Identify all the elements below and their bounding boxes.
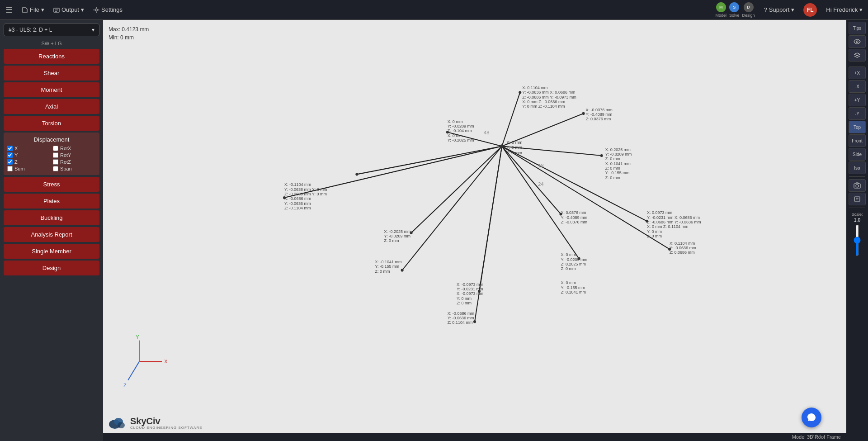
y-minus-view[interactable]: -Y (849, 107, 866, 120)
svg-text:X: -0.1104 mm: X: -0.1104 mm (284, 182, 311, 187)
svg-line-18 (502, 92, 520, 146)
svg-point-31 (355, 173, 358, 175)
right-panel: Tips +X -X +Y -Y Top Front Side Iso (846, 20, 868, 441)
main-layout: #3 - ULS: 2. D + L ▾ SW + LG Reactions S… (0, 20, 868, 441)
svg-text:X: -0.0686 mm: X: -0.0686 mm (284, 196, 311, 201)
y-plus-view[interactable]: +Y (849, 94, 866, 106)
skyciv-logo-icon (108, 415, 127, 431)
iso-view[interactable]: Iso (849, 161, 866, 174)
scale-slider[interactable] (856, 224, 859, 256)
svg-text:Z: 0 mm: Z: 0 mm (605, 166, 620, 171)
svg-text:Y: -0.2025 mm: Y: -0.2025 mm (448, 138, 474, 142)
side-view[interactable]: Side (849, 148, 866, 161)
design-mode[interactable]: D Design (742, 2, 755, 18)
axial-button[interactable]: Axial (4, 99, 99, 114)
hamburger-menu-icon[interactable]: ☰ (5, 5, 13, 15)
svg-text:X: X (164, 359, 168, 364)
support-button[interactable]: ? Support ▾ (764, 6, 795, 13)
output-menu[interactable]: Output ▾ (53, 6, 84, 13)
settings-menu[interactable]: Settings (93, 6, 123, 13)
svg-text:X: 0.2025 mm: X: 0.2025 mm (605, 147, 631, 152)
check-span[interactable]: Span (53, 166, 96, 171)
reactions-button[interactable]: Reactions (4, 49, 99, 64)
svg-text:24: 24 (538, 181, 543, 187)
svg-text:Y: -0.4089 mm: Y: -0.4089 mm (586, 112, 613, 117)
check-x[interactable]: X (7, 146, 50, 151)
svg-text:Y: -0.0209 mm: Y: -0.0209 mm (448, 124, 474, 128)
model-mode[interactable]: M Model (715, 2, 726, 18)
design-button[interactable]: Design (4, 261, 99, 275)
layers-button[interactable] (849, 49, 866, 62)
svg-text:48: 48 (484, 130, 489, 135)
svg-line-26 (502, 146, 561, 214)
svg-text:Y: 0 mm  Z: -0.1104 mm: Y: 0 mm Z: -0.1104 mm (522, 104, 565, 109)
viewport[interactable]: Max: 0.4123 mm Min: 0 mm (103, 20, 846, 441)
svg-text:Z: -0.0689 mm  Y: 0 mm: Z: -0.0689 mm Y: 0 mm (284, 192, 327, 196)
svg-text:Z: 0.1041 mm: Z: 0.1041 mm (561, 290, 586, 294)
visibility-button[interactable] (849, 35, 866, 48)
svg-text:Y: -0.4089 mm: Y: -0.4089 mm (561, 215, 587, 220)
svg-text:Z: 0 mm: Z: 0 mm (506, 150, 522, 155)
camera-icon (854, 182, 861, 189)
version-label: v2.3.1 (809, 434, 821, 439)
check-rotx[interactable]: RotX (53, 146, 96, 151)
load-case-dropdown[interactable]: #3 - ULS: 2. D + L ▾ (4, 24, 99, 36)
check-roty[interactable]: RotY (53, 152, 96, 158)
front-view[interactable]: Front (849, 134, 866, 147)
single-member-button[interactable]: Single Member (4, 244, 99, 259)
solve-mode[interactable]: S Solve (729, 2, 740, 18)
shear-button[interactable]: Shear (4, 66, 99, 81)
torsion-button[interactable]: Torsion (4, 116, 99, 131)
moment-button[interactable]: Moment (4, 82, 99, 97)
svg-text:Y: 0 mm: Y: 0 mm (457, 296, 472, 300)
svg-point-33 (519, 91, 521, 94)
svg-line-22 (502, 146, 670, 249)
tips-button[interactable]: Tips (849, 22, 866, 34)
svg-text:X: 0 mm  Z: -0.0636 mm: X: 0 mm Z: -0.0636 mm (522, 100, 565, 104)
divider-2 (849, 176, 865, 177)
x-plus-view[interactable]: +X (849, 66, 866, 79)
chat-bubble[interactable] (802, 408, 821, 427)
file-menu[interactable]: File ▾ (22, 6, 44, 13)
svg-line-114 (128, 361, 139, 380)
scale-slider-container[interactable] (856, 224, 859, 261)
plates-button[interactable]: Plates (4, 194, 99, 209)
x-minus-view[interactable]: -X (849, 80, 866, 93)
buckling-button[interactable]: Buckling (4, 210, 99, 225)
render-button[interactable] (849, 193, 866, 205)
svg-text:X: -0.0973 mm: X: -0.0973 mm (457, 291, 483, 296)
top-view[interactable]: Top (849, 121, 866, 133)
svg-text:X: 0 mm: X: 0 mm (448, 133, 463, 138)
check-z[interactable]: Z (7, 159, 50, 165)
svg-point-35 (600, 154, 603, 157)
analysis-report-button[interactable]: Analysis Report (4, 227, 99, 242)
screenshot-button[interactable] (849, 179, 866, 192)
check-rotz[interactable]: RotZ (53, 159, 96, 165)
user-greeting[interactable]: Hi Frederick ▾ (826, 6, 863, 13)
svg-text:Z: 0 mm: Z: 0 mm (384, 238, 399, 243)
svg-text:Z: -0.0686 mm  Y: -0.0973 mm: Z: -0.0686 mm Y: -0.0973 mm (522, 95, 576, 100)
svg-text:Z: 0 mm: Z: 0 mm (605, 156, 620, 161)
svg-point-30 (500, 144, 504, 148)
check-sum[interactable]: Sum (7, 166, 50, 171)
svg-point-119 (856, 41, 858, 43)
svg-text:Y: -0.0209 mm: Y: -0.0209 mm (384, 234, 411, 238)
render-icon (854, 196, 861, 202)
stress-button[interactable]: Stress (4, 177, 99, 192)
svg-text:18: 18 (538, 163, 543, 168)
svg-text:X: 0.1104 mm: X: 0.1104 mm (522, 85, 547, 90)
logo-main-text: SkyCiv (130, 417, 203, 426)
svg-text:X: 0.1104 mm: X: 0.1104 mm (670, 241, 695, 245)
sidebar-subtitle: SW + LG (4, 40, 99, 47)
layers-icon (854, 52, 861, 58)
svg-text:X: -0.1041 mm: X: -0.1041 mm (375, 260, 401, 264)
scale-value: 1.0 (854, 218, 860, 223)
svg-point-39 (401, 269, 404, 271)
displacement-section: Displacement X RotX Y RotY Z RotZ Sum Sp… (4, 133, 99, 175)
divider-3 (849, 208, 865, 208)
svg-point-1 (95, 9, 97, 11)
svg-text:Y: -0.8209 mm: Y: -0.8209 mm (605, 152, 632, 156)
svg-line-16 (357, 146, 502, 174)
svg-text:X: -0.0376 mm: X: -0.0376 mm (586, 108, 613, 112)
check-y[interactable]: Y (7, 152, 50, 158)
